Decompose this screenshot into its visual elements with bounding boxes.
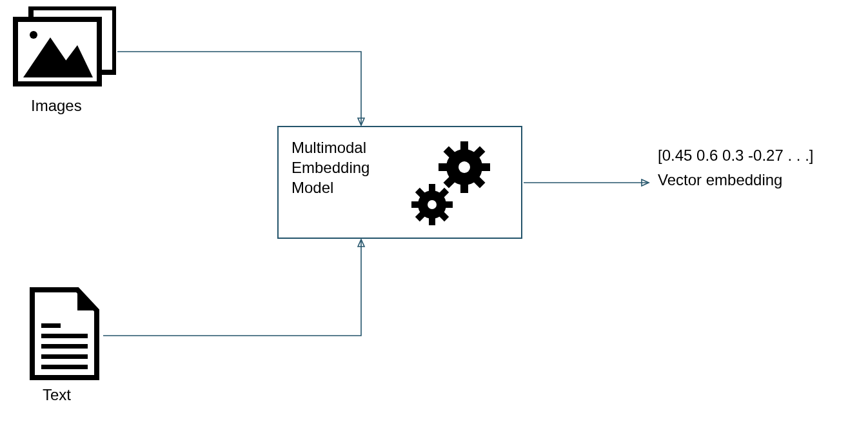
connector-model-to-output [0, 0, 868, 426]
diagram-canvas: Images Text Multimodal Embedding Model [0, 0, 868, 426]
